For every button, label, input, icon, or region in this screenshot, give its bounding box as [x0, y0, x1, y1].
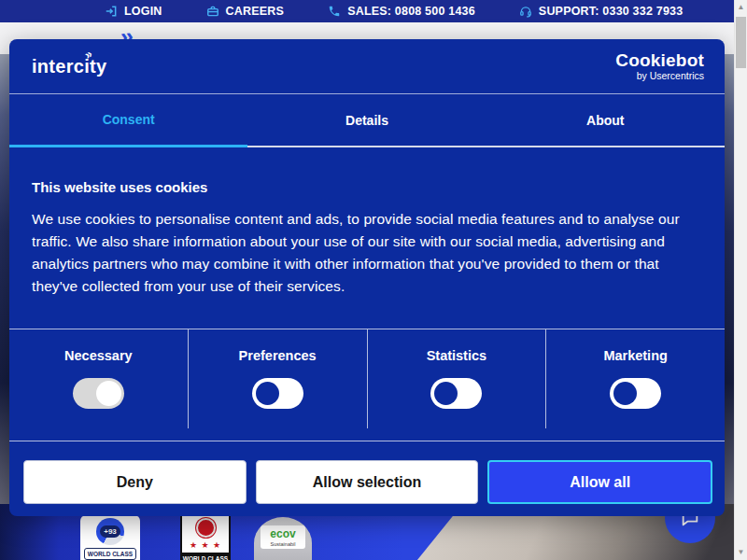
cookie-consent-dialog: intercity » Cookiebot by Usercentrics Co… [9, 39, 725, 516]
nps-score: +93 [100, 525, 120, 538]
login-link[interactable]: LOGIN [105, 5, 162, 18]
nps-gauge-icon: +93 [96, 518, 124, 545]
category-marketing: Marketing [546, 329, 725, 428]
login-icon [105, 5, 118, 18]
preferences-toggle[interactable] [252, 378, 303, 409]
consent-categories: Necessary Preferences Statistics Marketi… [9, 329, 725, 428]
ecovadis-sublabel: Sustainabil [261, 541, 305, 547]
tab-consent[interactable]: Consent [9, 94, 247, 147]
category-preferences-label: Preferences [239, 348, 317, 363]
best-companies-stars: ★ ★ ★ [190, 540, 221, 550]
category-preferences: Preferences [189, 329, 368, 428]
sales-label: SALES: 0808 500 1436 [347, 5, 475, 18]
best-companies-badge: ★ ★ ★ WORLD CLASS [180, 513, 231, 560]
ecovadis-badge: ecov Sustainabil [254, 517, 312, 560]
dialog-description: We use cookies to personalise content an… [32, 208, 708, 298]
category-marketing-label: Marketing [603, 348, 668, 363]
ecovadis-card: ecov Sustainabil [261, 525, 305, 549]
intercity-logo: intercity » [32, 56, 107, 77]
tab-consent-label: Consent [103, 112, 155, 127]
best-companies-emblem-icon [196, 518, 216, 538]
scrollbar-thumb[interactable] [736, 17, 746, 68]
headset-icon [519, 5, 532, 18]
phone-icon [328, 5, 341, 18]
page-scrollbar[interactable]: ▲ ▼ [734, 0, 747, 560]
nps-badge-label: WORLD CLASS [84, 548, 136, 560]
sales-phone-link[interactable]: SALES: 0808 500 1436 [328, 5, 475, 18]
dialog-divider [9, 441, 725, 441]
intercity-logo-text: intercity [32, 56, 107, 77]
support-phone-link[interactable]: SUPPORT: 0330 332 7933 [519, 5, 684, 18]
dialog-title: This website uses cookies [32, 179, 207, 195]
tab-details-label: Details [345, 113, 388, 128]
statistics-toggle[interactable] [430, 378, 482, 409]
cookiebot-logo-text: Cookiebot [615, 51, 704, 69]
scrollbar-down-arrow[interactable]: ▼ [735, 546, 747, 559]
careers-link[interactable]: CAREERS [206, 5, 285, 18]
dialog-buttons: Deny Allow selection Allow all [23, 460, 712, 504]
login-label: LOGIN [124, 5, 162, 18]
tab-details[interactable]: Details [247, 94, 486, 147]
allow-selection-button[interactable]: Allow selection [256, 460, 479, 504]
nps-world-class-badge: +93 WORLD CLASS [80, 515, 140, 560]
ecovadis-label: ecov [261, 528, 305, 539]
cookiebot-byline: by Usercentrics [615, 71, 704, 81]
top-utility-bar: LOGIN CAREERS SALES: 0808 500 1436 SUPPO… [0, 0, 734, 22]
deny-button[interactable]: Deny [23, 460, 247, 504]
category-statistics: Statistics [368, 329, 547, 428]
category-statistics-label: Statistics [427, 348, 486, 363]
cookiebot-logo: Cookiebot by Usercentrics [615, 51, 704, 81]
tab-about-label: About [586, 113, 624, 128]
dialog-header: intercity » Cookiebot by Usercentrics [9, 39, 725, 94]
category-necessary-label: Necessary [64, 348, 133, 363]
support-label: SUPPORT: 0330 332 7933 [539, 5, 684, 18]
briefcase-icon [206, 5, 219, 18]
dialog-tab-bar: Consent Details About [9, 94, 725, 147]
best-companies-label: WORLD CLASS [182, 553, 229, 560]
category-necessary: Necessary [9, 329, 189, 428]
scrollbar-up-arrow[interactable]: ▲ [735, 1, 747, 14]
tab-about[interactable]: About [486, 94, 725, 147]
careers-label: CAREERS [226, 5, 285, 18]
marketing-toggle[interactable] [610, 378, 661, 409]
allow-all-button[interactable]: Allow all [487, 460, 712, 504]
necessary-toggle[interactable] [73, 378, 124, 409]
